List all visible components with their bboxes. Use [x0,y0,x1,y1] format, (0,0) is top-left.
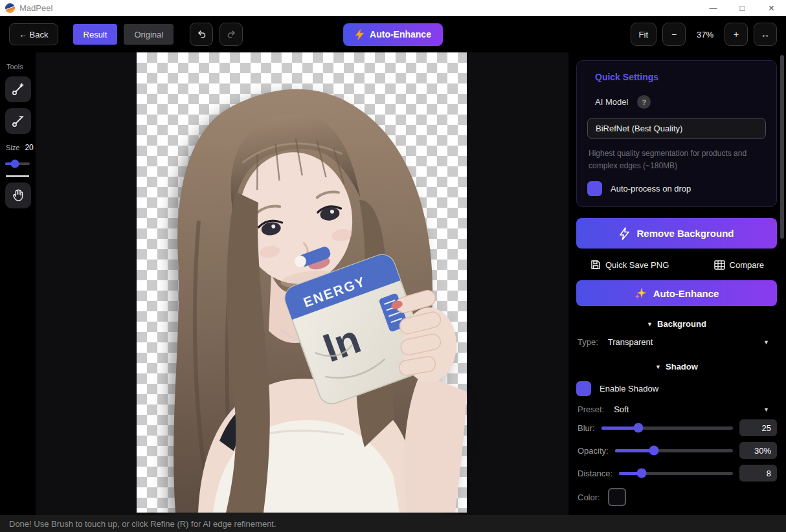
brush-size-slider-thumb[interactable] [11,160,19,168]
undo-button[interactable] [190,23,213,46]
panel-scrollbar[interactable] [780,55,784,239]
lightning-icon [355,29,365,40]
lightning-outline-icon [619,227,630,240]
opacity-slider[interactable] [615,449,733,452]
blur-slider-row: Blur: 25 [576,419,777,437]
distance-label: Distance: [578,469,612,478]
preset-label: Preset: [578,405,604,414]
tools-title: Tools [6,63,36,71]
app-logo-icon [5,3,15,13]
ai-model-row: AI Model ? [595,95,766,109]
enable-shadow-checkbox[interactable] [576,381,591,396]
chevron-down-icon[interactable]: ▼ [763,406,769,413]
preset-value[interactable]: Soft [614,405,629,414]
chevron-down-icon[interactable]: ▼ [763,339,769,346]
sparkles-icon [634,287,647,300]
fit-button[interactable]: Fit [631,23,657,46]
tab-result[interactable]: Result [73,24,118,45]
save-icon [590,260,601,270]
distance-value[interactable]: 8 [739,465,777,482]
auto-enhance-toolbar-button[interactable]: Auto-Enhance [343,23,443,46]
auto-process-label: Auto-process on drop [611,184,691,194]
brush-size-slider[interactable] [5,162,30,165]
compare-label: Compare [730,260,764,270]
distance-slider[interactable] [619,472,733,475]
erase-brush-button[interactable] [5,108,31,134]
shadow-section-header[interactable]: ▼ Shadow [576,362,777,371]
pan-tool-button[interactable] [5,183,31,208]
brush-size-row: Size 20 [6,143,36,152]
blur-slider[interactable] [601,427,733,430]
status-bar: Done! Use Brush to touch up, or click Re… [0,515,786,532]
restore-brush-button[interactable] [5,76,31,102]
restore-brush-icon [11,82,25,96]
shadow-color-swatch[interactable] [608,488,626,506]
opacity-slider-thumb[interactable] [649,446,658,456]
close-button[interactable]: × [757,0,786,16]
zoom-in-button[interactable]: + [724,23,748,46]
history-buttons [190,23,243,46]
back-button[interactable]: ← Back [9,23,58,45]
secondary-actions-row: Quick Save PNG Compare [576,260,777,270]
result-image: ENERGY In [137,52,467,513]
app-title: MadPeel [19,3,52,13]
settings-panel: Quick Settings AI Model ? BiRefNet (Best… [568,52,786,515]
auto-process-row[interactable]: Auto-process on drop [587,181,766,196]
size-label: Size [6,144,19,151]
ai-model-description: Highest quality segmentation for product… [589,148,766,172]
auto-enhance-toolbar-label: Auto-Enhance [370,29,431,39]
opacity-label: Opacity: [578,446,609,456]
background-section-title: Background [657,319,706,329]
maximize-button[interactable]: □ [728,0,757,16]
compare-button[interactable]: Compare [714,260,764,270]
ai-model-label: AI Model [595,97,628,107]
opacity-slider-row: Opacity: 30% [576,441,777,460]
toolbar: ← Back Result Original Auto-Enhance Fit … [0,16,786,52]
view-tabs: Result Original [73,24,174,45]
auto-process-checkbox[interactable] [587,181,602,196]
enable-shadow-row[interactable]: Enable Shadow [576,381,777,396]
blur-label: Blur: [578,423,595,433]
zoom-level: 37% [691,30,719,39]
ai-model-select[interactable]: BiRefNet (Best Quality) [587,118,766,139]
type-value[interactable]: Transparent [608,337,653,347]
distance-slider-thumb[interactable] [637,469,647,478]
transparent-checkerboard[interactable]: ENERGY In [137,52,467,513]
hand-icon [11,188,25,203]
distance-slider-row: Distance: 8 [576,464,777,482]
collapse-icon: ▼ [655,364,661,370]
window-controls: — □ × [699,0,786,16]
help-icon[interactable]: ? [637,95,651,109]
collapse-icon: ▼ [647,321,653,327]
opacity-slider-fill [615,449,654,452]
redo-button[interactable] [219,23,243,46]
zoom-out-button[interactable]: − [662,23,686,46]
background-section-header[interactable]: ▼ Background [576,319,777,329]
auto-enhance-button[interactable]: Auto-Enhance [576,280,777,306]
type-label: Type: [578,337,598,347]
erase-brush-icon [11,114,25,128]
opacity-value[interactable]: 30% [739,442,777,459]
quick-save-png-label: Quick Save PNG [605,260,669,270]
tab-original[interactable]: Original [124,24,174,45]
size-value: 20 [25,143,33,152]
remove-background-button[interactable]: Remove Background [576,218,777,249]
quick-save-png-button[interactable]: Quick Save PNG [590,260,669,270]
quick-settings-title: Quick Settings [595,72,766,82]
shadow-color-row: Color: [576,488,777,506]
blur-slider-thumb[interactable] [633,423,643,433]
blur-value[interactable]: 25 [739,419,777,436]
minimize-button[interactable]: — [699,0,728,16]
background-type-row: Type: Transparent ▼ [576,337,777,347]
fit-width-button[interactable]: ↔ [754,23,777,46]
shadow-preset-row: Preset: Soft ▼ [576,405,777,414]
auto-enhance-label: Auto-Enhance [653,288,719,299]
enable-shadow-label: Enable Shadow [600,384,658,393]
color-label: Color: [578,493,600,502]
undo-icon [196,29,207,40]
shadow-section-title: Shadow [666,362,698,371]
main-area: Tools Size 20 [0,52,786,515]
canvas-area[interactable]: ENERGY In [36,52,568,515]
tools-divider [6,175,29,177]
status-message: Done! Use Brush to touch up, or click Re… [9,519,276,529]
